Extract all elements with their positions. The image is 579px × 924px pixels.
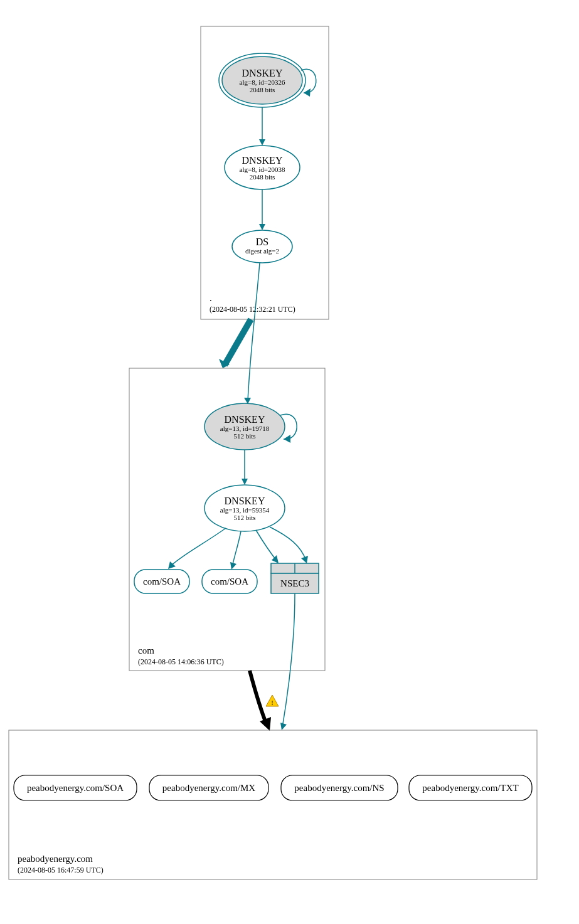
arrowhead-root-zsk-to-ds bbox=[259, 224, 265, 230]
arrowhead-com-zsk-to-nsec3-a bbox=[272, 555, 279, 563]
root-ksk-title: DNSKEY bbox=[242, 68, 283, 78]
edge-ds-to-com-ksk bbox=[248, 263, 260, 401]
node-domain-soa[interactable]: peabodyenergy.com/SOA bbox=[14, 775, 137, 800]
zone-root-timestamp: (2024-08-05 12:32:21 UTC) bbox=[210, 305, 295, 314]
edge-com-zsk-to-nsec3-a bbox=[256, 530, 277, 561]
com-nsec3-label: NSEC3 bbox=[280, 578, 309, 588]
root-ksk-line1: alg=8, id=20326 bbox=[240, 78, 285, 86]
node-domain-ns[interactable]: peabodyenergy.com/NS bbox=[281, 775, 398, 800]
domain-ns-label: peabodyenergy.com/NS bbox=[294, 783, 384, 793]
root-zsk-line1: alg=8, id=20038 bbox=[240, 166, 285, 173]
zone-domain-name: peabodyenergy.com bbox=[18, 854, 93, 864]
node-com-ksk[interactable]: DNSKEY alg=13, id=19718 512 bits bbox=[205, 403, 285, 450]
node-com-soa-2[interactable]: com/SOA bbox=[202, 570, 257, 593]
zone-com-timestamp: (2024-08-05 14:06:36 UTC) bbox=[138, 657, 224, 666]
arrowhead-com-ksk-selfloop bbox=[284, 435, 290, 443]
arrowhead-root-ksk-selfloop bbox=[304, 88, 311, 97]
node-domain-txt[interactable]: peabodyenergy.com/TXT bbox=[409, 775, 532, 800]
edge-com-to-domain-delegation bbox=[250, 671, 267, 725]
node-com-nsec3[interactable]: NSEC3 bbox=[271, 563, 319, 593]
node-domain-mx[interactable]: peabodyenergy.com/MX bbox=[149, 775, 268, 800]
arrowhead-com-zsk-to-soa2 bbox=[230, 562, 236, 570]
warning-icon: ! bbox=[266, 695, 279, 706]
com-zsk-line1: alg=13, id=59354 bbox=[220, 506, 270, 514]
zone-domain-timestamp: (2024-08-05 16:47:59 UTC) bbox=[18, 866, 104, 874]
root-zsk-title: DNSKEY bbox=[242, 155, 283, 166]
edge-com-zsk-to-nsec3-b bbox=[270, 527, 306, 561]
com-zsk-title: DNSKEY bbox=[225, 496, 265, 506]
node-root-ksk[interactable]: DNSKEY alg=8, id=20326 2048 bits bbox=[219, 53, 305, 107]
domain-soa-label: peabodyenergy.com/SOA bbox=[27, 783, 124, 793]
com-zsk-line2: 512 bits bbox=[233, 514, 255, 521]
com-soa-1-label: com/SOA bbox=[143, 576, 181, 587]
svg-text:!: ! bbox=[271, 699, 274, 706]
node-root-ds[interactable]: DS digest alg=2 bbox=[232, 230, 292, 263]
com-ksk-line1: alg=13, id=19718 bbox=[220, 425, 270, 432]
arrowhead-nsec3-to-domain bbox=[280, 723, 287, 730]
root-ds-title: DS bbox=[256, 236, 268, 247]
node-root-zsk[interactable]: DNSKEY alg=8, id=20038 2048 bits bbox=[225, 146, 300, 189]
arrowhead-root-ksk-to-zsk bbox=[259, 139, 265, 146]
edge-root-to-com-delegation bbox=[225, 319, 251, 365]
edge-com-zsk-to-soa2 bbox=[232, 531, 241, 567]
zone-com-name: com bbox=[138, 645, 154, 656]
com-soa-2-label: com/SOA bbox=[211, 576, 248, 587]
com-ksk-line2: 512 bits bbox=[233, 432, 255, 440]
root-ksk-line2: 2048 bits bbox=[250, 86, 275, 93]
arrowhead-com-ksk-to-zsk bbox=[242, 479, 248, 485]
root-zsk-line2: 2048 bits bbox=[250, 173, 275, 181]
edge-com-zsk-to-soa1 bbox=[169, 528, 226, 567]
domain-txt-label: peabodyenergy.com/TXT bbox=[422, 783, 518, 793]
node-com-soa-1[interactable]: com/SOA bbox=[134, 570, 189, 593]
zone-root-name: . bbox=[210, 293, 212, 303]
root-ds-line1: digest alg=2 bbox=[245, 247, 279, 255]
edge-nsec3-to-domain bbox=[282, 593, 295, 728]
com-ksk-title: DNSKEY bbox=[225, 414, 265, 425]
domain-mx-label: peabodyenergy.com/MX bbox=[162, 783, 255, 793]
node-com-zsk[interactable]: DNSKEY alg=13, id=59354 512 bits bbox=[205, 485, 285, 531]
